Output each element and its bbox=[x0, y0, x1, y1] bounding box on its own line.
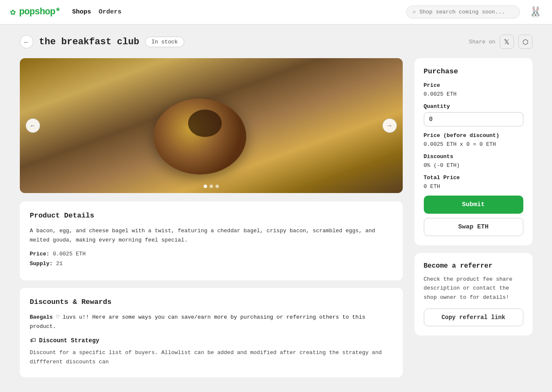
tag-icon: 🏷 bbox=[30, 337, 36, 344]
total-price-value: 0 ETH bbox=[424, 183, 523, 190]
carousel-dots bbox=[204, 185, 219, 188]
logo-text: popshop* bbox=[19, 7, 60, 17]
discounts-title: Discounts & Rewards bbox=[30, 298, 393, 306]
left-column: ← → Product Details A bacon, egg, and ch… bbox=[20, 58, 403, 385]
header-search: ⌕ 🐰 bbox=[406, 5, 542, 19]
nav-orders[interactable]: Orders bbox=[99, 8, 121, 16]
price-field-value: 0.0025 ETH bbox=[424, 91, 523, 97]
purchase-heading: Purchase bbox=[424, 67, 523, 75]
main-layout: ← → Product Details A bacon, egg, and ch… bbox=[20, 58, 533, 385]
supply-label: Supply: bbox=[30, 260, 53, 267]
page-content: ← the breakfast club In stock Share on 𝕏… bbox=[6, 24, 546, 392]
product-description: A bacon, egg, and cheese bagel with a tw… bbox=[30, 226, 393, 245]
price-field-label: Price bbox=[424, 82, 523, 89]
share-x-button[interactable]: 𝕏 bbox=[500, 35, 514, 49]
logo-icon: ✿ bbox=[10, 6, 16, 18]
price-label: Price: bbox=[30, 251, 50, 257]
share-on-row: Share on 𝕏 ⬡ bbox=[469, 35, 532, 49]
x-icon: 𝕏 bbox=[504, 38, 509, 46]
search-input[interactable] bbox=[419, 9, 514, 15]
discount-intro-text: ♡ luvs u!! Here are some ways you can sa… bbox=[30, 314, 366, 330]
right-column: Purchase Price 0.0025 ETH Quantity Price… bbox=[415, 58, 533, 336]
share-label: Share on bbox=[469, 39, 495, 45]
total-price-label: Total Price bbox=[424, 175, 523, 181]
header: ✿ popshop* Shops Orders ⌕ 🐰 bbox=[0, 0, 552, 24]
product-carousel: ← → bbox=[20, 58, 403, 193]
carousel-dot-2[interactable] bbox=[210, 185, 213, 188]
purchase-card: Purchase Price 0.0025 ETH Quantity Price… bbox=[415, 58, 533, 245]
discount-brand: Baegals bbox=[30, 314, 53, 320]
referrer-heading: Become a referrer bbox=[424, 262, 523, 270]
discounts-field-label: Discounts bbox=[424, 153, 523, 160]
discount-strategy-label: Discount Strategy bbox=[39, 337, 100, 344]
referrer-card: Become a referrer Check the product fee … bbox=[415, 253, 533, 336]
submit-button[interactable]: Submit bbox=[424, 196, 523, 214]
product-details-title: Product Details bbox=[30, 212, 393, 220]
page-title: the breakfast club bbox=[39, 37, 140, 47]
search-box: ⌕ bbox=[406, 5, 520, 19]
product-price-row: Price: 0.0025 ETH bbox=[30, 251, 393, 257]
stock-badge: In stock bbox=[145, 37, 184, 47]
supply-value: 21 bbox=[56, 260, 63, 267]
nav-shops[interactable]: Shops bbox=[72, 8, 91, 16]
product-image bbox=[20, 58, 403, 193]
header-nav: Shops Orders bbox=[72, 8, 121, 16]
title-row: ← the breakfast club In stock Share on 𝕏… bbox=[20, 35, 533, 49]
discount-intro: Baegals ♡ luvs u!! Here are some ways yo… bbox=[30, 313, 393, 331]
discounts-field-value: 0% (-0 ETH) bbox=[424, 162, 523, 169]
carousel-dot-1[interactable] bbox=[204, 185, 207, 188]
search-icon: ⌕ bbox=[412, 8, 416, 16]
referrer-description: Check the product fee share description … bbox=[424, 275, 523, 302]
share-farcaster-button[interactable]: ⬡ bbox=[518, 35, 533, 49]
product-details-card: Product Details A bacon, egg, and cheese… bbox=[20, 201, 403, 280]
discount-strategy-row: 🏷 Discount Strategy bbox=[30, 337, 393, 344]
price-value: 0.0025 ETH bbox=[53, 251, 86, 257]
rabbit-icon: 🐰 bbox=[529, 6, 542, 18]
carousel-prev-button[interactable]: ← bbox=[26, 118, 40, 133]
copy-referral-button[interactable]: Copy referral link bbox=[424, 309, 523, 326]
farcaster-icon: ⬡ bbox=[522, 38, 528, 46]
discount-strategy-desc: Discount for a specific list of buyers. … bbox=[30, 348, 393, 367]
price-before-discount-value: 0.0025 ETH x 0 = 0 ETH bbox=[424, 141, 523, 148]
swap-eth-button[interactable]: Swap ETH bbox=[424, 218, 523, 236]
logo-wrap: ✿ popshop* bbox=[10, 6, 60, 18]
quantity-field-label: Quantity bbox=[424, 103, 523, 110]
back-button[interactable]: ← bbox=[20, 35, 33, 48]
price-before-discount-label: Price (before discount) bbox=[424, 132, 523, 139]
discounts-card: Discounts & Rewards Baegals ♡ luvs u!! H… bbox=[20, 288, 403, 377]
product-supply-row: Supply: 21 bbox=[30, 260, 393, 267]
carousel-next-button[interactable]: → bbox=[382, 118, 397, 133]
quantity-input[interactable] bbox=[424, 112, 523, 126]
carousel-dot-3[interactable] bbox=[215, 185, 219, 188]
